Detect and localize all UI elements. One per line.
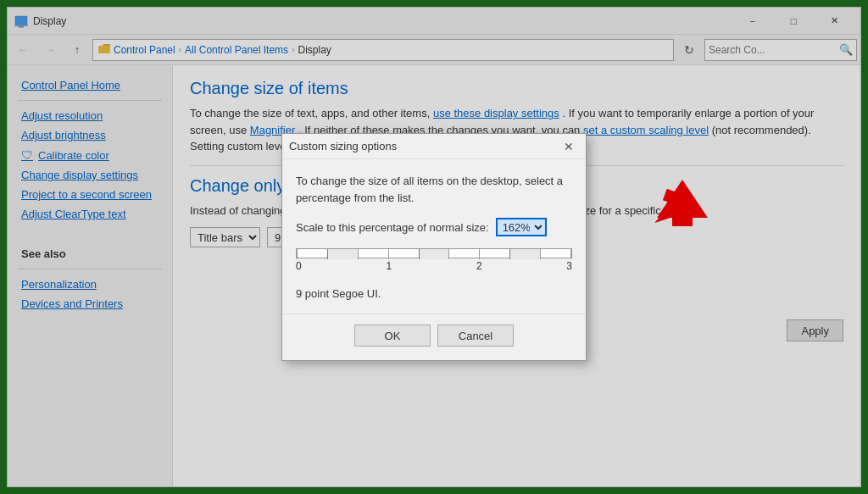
ruler-bar [296, 248, 572, 258]
modal-description: To change the size of all items on the d… [296, 173, 572, 206]
ok-button[interactable]: OK [354, 325, 431, 347]
ruler-numbers: 0 1 2 3 [296, 258, 572, 274]
modal-titlebar: Custom sizing options ✕ [282, 134, 586, 159]
custom-sizing-dialog: Custom sizing options ✕ To change the si… [281, 133, 587, 361]
modal-overlay: Custom sizing options ✕ To change the si… [8, 8, 860, 486]
font-preview: 9 point Segoe UI. [296, 287, 572, 300]
scale-row: Scale to this percentage of normal size:… [296, 218, 572, 236]
scale-select[interactable]: 162% [496, 218, 547, 236]
modal-title: Custom sizing options [289, 140, 559, 153]
display-window: Display − □ ✕ ← → ↑ Control Panel › All … [7, 7, 861, 487]
modal-body: To change the size of all items on the d… [282, 159, 586, 314]
ruler-number-2: 2 [476, 260, 482, 272]
ruler-number-3: 3 [566, 260, 572, 272]
modal-close-button[interactable]: ✕ [559, 136, 579, 157]
scale-label: Scale to this percentage of normal size: [296, 221, 489, 234]
ruler-number-0: 0 [296, 260, 302, 272]
ruler-container: 0 1 2 3 [296, 248, 572, 282]
cancel-button[interactable]: Cancel [437, 325, 514, 347]
ruler-number-1: 1 [386, 260, 392, 272]
modal-footer: OK Cancel [282, 314, 586, 360]
